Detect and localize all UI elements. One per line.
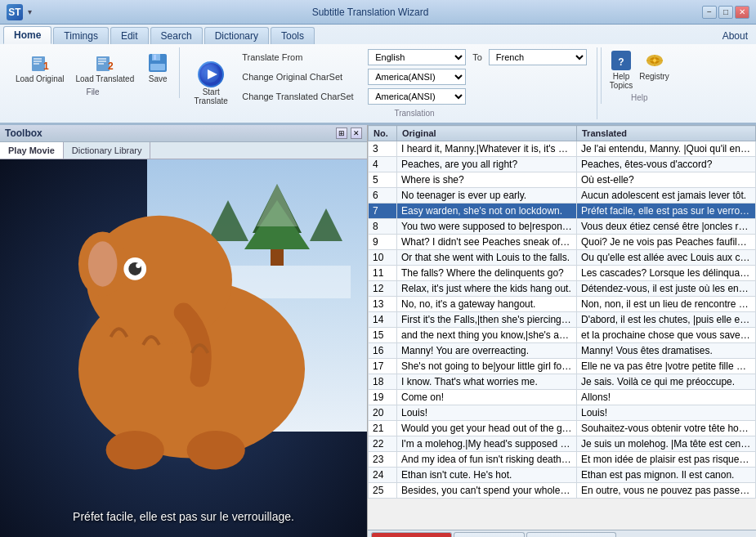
table-row[interactable]: 8 You two were supposed to be|responsib.… [369, 219, 756, 235]
pin-icon[interactable]: ▾ [28, 7, 32, 16]
charset-original-select[interactable]: America(ANSI) [368, 69, 466, 85]
cell-original: The falls? Where the delinquents go? [397, 266, 577, 281]
tab-home[interactable]: Home [3, 26, 51, 44]
load-original-button[interactable]: 1 Load Original [11, 49, 68, 86]
load-original-label: Load Original [16, 74, 64, 83]
table-row[interactable]: 16 Manny! You are overreacting. Manny! V… [369, 343, 756, 359]
translate-to-select[interactable]: French [489, 49, 587, 65]
start-translate-button[interactable]: StartTranslate [186, 58, 235, 109]
registry-button[interactable]: Registry [639, 49, 669, 90]
cell-translated: Elle ne va pas être |votre petite fille … [577, 359, 756, 374]
cell-translated: Allons! [577, 390, 756, 405]
col-translated: Translated [577, 126, 756, 141]
tab-edit[interactable]: Edit [110, 27, 149, 44]
table-row[interactable]: 15 and the next thing you know,|she's ad… [369, 328, 756, 343]
table-row[interactable]: 25 Besides, you can't spend your whole l… [369, 483, 756, 499]
table-row[interactable]: 24 Ethan isn't cute. He's hot. Ethan est… [369, 468, 756, 483]
translate-to-label: To [472, 52, 482, 62]
load-original-icon: 1 [29, 51, 51, 74]
translate-from-label: Translate From [242, 52, 365, 62]
load-translated-button[interactable]: 2 Load Translated [71, 49, 138, 86]
cell-original: I heard it, Manny.|Whatever it is, it's … [397, 141, 577, 157]
title-bar: ST ▾ Subtitle Translation Wizard − □ ✕ [0, 0, 756, 25]
translation-group-label: Translation [242, 109, 587, 118]
tab-dictionary[interactable]: Dictionary [204, 27, 269, 44]
svg-rect-8 [98, 63, 104, 65]
cell-original: Easy warden, she's not on lockdown. [397, 204, 577, 219]
window-controls: − □ ✕ [702, 6, 749, 19]
table-row[interactable]: 18 I know. That's what worries me. Je sa… [369, 374, 756, 390]
subtitle-table-container[interactable]: No. Original Translated 3 I heard it, Ma… [368, 125, 756, 530]
table-row[interactable]: 17 She's not going to be|your little gir… [369, 359, 756, 374]
cell-translated: Non, non, il est un lieu de rencontre de… [577, 297, 756, 312]
close-button[interactable]: ✕ [735, 6, 749, 19]
maximize-button[interactable]: □ [718, 6, 733, 19]
table-row[interactable]: 9 What? I didn't see Peaches sneak off|m… [369, 235, 756, 250]
file-group: 1 Load Original 2 [7, 47, 180, 98]
cell-no: 13 [369, 297, 397, 312]
save-button[interactable]: Save [141, 49, 174, 86]
cell-original: I'm a molehog.|My head's supposed to b..… [397, 436, 577, 452]
toolbox-close-button[interactable]: ✕ [351, 128, 362, 139]
svg-rect-2 [34, 60, 42, 62]
charset-translated-label: Change Translated CharSet [242, 92, 365, 101]
table-row[interactable]: 7 Easy warden, she's not on lockdown. Pr… [369, 204, 756, 219]
about-button[interactable]: About [714, 28, 756, 44]
tab-tools[interactable]: Tools [271, 27, 315, 44]
cell-translated: Aucun adolescent est jamais lever tôt. [577, 188, 756, 204]
toolbox-tab-dictionary-library[interactable]: Dictionary Library [64, 142, 151, 159]
table-row[interactable]: 21 Would you get your head out of the gr… [369, 421, 756, 436]
table-row[interactable]: 13 No, no, it's a gateway hangout. Non, … [369, 297, 756, 312]
ribbon: Home Timings Edit Search Dictionary Tool… [0, 25, 756, 125]
table-row[interactable]: 19 Come on! Allons! [369, 390, 756, 405]
table-row[interactable]: 20 Louis! Louis! [369, 405, 756, 421]
svg-rect-12 [154, 55, 156, 60]
load-translated-icon: 2 [93, 51, 116, 74]
charset-translated-row: Change Translated CharSet America(ANSI) [242, 88, 587, 105]
save-label: Save [149, 74, 168, 83]
table-row[interactable]: 4 Peaches, are you all right? Peaches, ê… [369, 157, 756, 172]
cell-original: First it's the Falls,|then she's piercin… [397, 312, 577, 328]
svg-point-38 [106, 431, 164, 470]
translate-from-select[interactable]: English [368, 49, 466, 65]
subtitle-panel: No. Original Translated 3 I heard it, Ma… [368, 125, 756, 537]
cell-no: 17 [369, 359, 397, 374]
bottom-tab-language-text[interactable]: Language Text [371, 532, 452, 537]
cell-no: 21 [369, 421, 397, 436]
help-topics-label: Help Topics [610, 72, 633, 90]
cell-no: 7 [369, 204, 397, 219]
table-row[interactable]: 12 Relax, it's just where the kids hang … [369, 281, 756, 297]
cell-no: 11 [369, 266, 397, 281]
tab-timings[interactable]: Timings [53, 27, 109, 44]
toolbox-pin-button[interactable]: ⊞ [336, 128, 347, 139]
cell-no: 15 [369, 328, 397, 343]
cell-translated: Où est-elle? [577, 172, 756, 188]
table-row[interactable]: 14 First it's the Falls,|then she's pier… [369, 312, 756, 328]
tab-search[interactable]: Search [150, 27, 203, 44]
table-row[interactable]: 6 No teenager is ever up early. Aucun ad… [369, 188, 756, 204]
table-row[interactable]: 11 The falls? Where the delinquents go? … [369, 266, 756, 281]
table-row[interactable]: 10 Or that she went with Louis to the fa… [369, 250, 756, 266]
table-row[interactable]: 3 I heard it, Manny.|Whatever it is, it'… [369, 141, 756, 157]
cell-no: 24 [369, 468, 397, 483]
toolbox-tab-play-movie[interactable]: Play Movie [0, 142, 64, 159]
subtitle-table: No. Original Translated 3 I heard it, Ma… [368, 125, 756, 499]
table-row[interactable]: 23 And my idea of fun isn't risking deat… [369, 452, 756, 468]
help-topics-button[interactable]: ? Help Topics [610, 49, 633, 90]
table-header: No. Original Translated [369, 126, 756, 141]
charset-translated-select[interactable]: America(ANSI) [368, 88, 466, 105]
cell-original: No teenager is ever up early. [397, 188, 577, 204]
bottom-tab-search-google[interactable]: Search by Google [526, 532, 616, 537]
cell-translated: D'abord, il est les chutes, |puis elle e… [577, 312, 756, 328]
cell-no: 20 [369, 405, 397, 421]
table-row[interactable]: 5 Where is she? Où est-elle? [369, 172, 756, 188]
bottom-tab-mapping-text[interactable]: Mapping Text [454, 532, 525, 537]
cell-no: 19 [369, 390, 397, 405]
table-row[interactable]: 22 I'm a molehog.|My head's supposed to … [369, 436, 756, 452]
cell-translated: Souhaitez-vous obtenir votre tête hors .… [577, 421, 756, 436]
cell-original: Come on! [397, 390, 577, 405]
cell-translated: Ethan est pas mignon. Il est canon. [577, 468, 756, 483]
minimize-button[interactable]: − [702, 6, 717, 19]
cell-original: No, no, it's a gateway hangout. [397, 297, 577, 312]
toolbox-header: Toolbox ⊞ ✕ [0, 125, 367, 142]
